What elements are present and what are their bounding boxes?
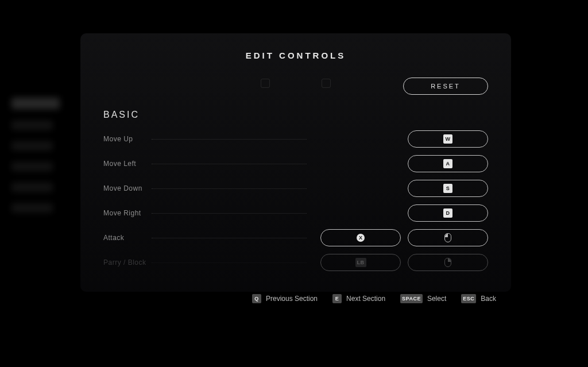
- binding-row: Move LeftA: [103, 155, 488, 172]
- key-icon-esc: ESC: [461, 294, 476, 303]
- binding-label: Move Right: [103, 209, 149, 217]
- binding-slot-primary[interactable]: A: [408, 155, 488, 172]
- binding-label: Move Left: [103, 160, 149, 168]
- dotted-divider: [152, 139, 307, 140]
- gamepad-lb-icon: LB: [355, 258, 366, 267]
- keycap-icon: W: [443, 134, 452, 144]
- binding-slot-empty: [320, 130, 401, 148]
- hint-label: Select: [427, 295, 446, 303]
- tab-hint-next-icon: [322, 79, 331, 88]
- binding-row: Move DownS: [103, 180, 488, 197]
- binding-list: Move UpWMove LeftAMove DownSMove RightDA…: [103, 130, 488, 271]
- mouse-left-icon: [444, 233, 451, 242]
- binding-row: Move RightD: [103, 204, 488, 222]
- dotted-divider: [152, 188, 307, 189]
- binding-slot-primary[interactable]: S: [408, 180, 488, 197]
- keycap-icon: S: [443, 184, 452, 193]
- binding-slot-alt[interactable]: LB: [320, 254, 401, 271]
- mouse-right-icon: [444, 258, 451, 267]
- section-tab-hints: [103, 79, 488, 91]
- keycap-icon: A: [443, 159, 452, 168]
- binding-slot-primary[interactable]: W: [408, 130, 488, 148]
- binding-row: AttackX: [103, 229, 488, 246]
- dotted-divider: [152, 262, 307, 263]
- hint-back[interactable]: ESC Back: [461, 294, 496, 303]
- binding-slot-primary[interactable]: D: [408, 204, 488, 222]
- binding-label: Attack: [103, 234, 149, 242]
- hint-label: Next Section: [346, 295, 385, 303]
- binding-slot-empty: [320, 180, 401, 197]
- edit-controls-panel: EDIT CONTROLS RESET BASIC Move UpWMove L…: [80, 33, 511, 292]
- binding-label: Move Up: [103, 135, 149, 143]
- binding-row: Move UpW: [103, 130, 488, 148]
- binding-slot-empty: [320, 155, 401, 172]
- binding-label: Parry / Block: [103, 258, 149, 266]
- key-icon-q: Q: [252, 294, 261, 303]
- hint-next-section[interactable]: E Next Section: [332, 294, 385, 303]
- binding-slot-primary[interactable]: [408, 254, 488, 271]
- keycap-icon: D: [443, 208, 452, 218]
- background-sidebar-blur: [11, 98, 60, 213]
- panel-title: EDIT CONTROLS: [103, 51, 488, 60]
- binding-slot-empty: [320, 204, 401, 222]
- dotted-divider: [152, 238, 307, 238]
- dotted-divider: [152, 213, 307, 214]
- key-icon-e: E: [332, 294, 342, 303]
- hint-label: Back: [481, 295, 496, 303]
- section-header: BASIC: [103, 110, 488, 120]
- binding-label: Move Down: [103, 184, 149, 192]
- hint-label: Previous Section: [266, 295, 318, 303]
- binding-slot-alt[interactable]: X: [320, 229, 401, 246]
- hint-select[interactable]: SPACE Select: [400, 294, 446, 303]
- hint-previous-section[interactable]: Q Previous Section: [252, 294, 318, 303]
- dotted-divider: [152, 164, 307, 164]
- footer-hints: Q Previous Section E Next Section SPACE …: [80, 294, 511, 303]
- binding-row: Parry / BlockLB: [103, 254, 488, 271]
- binding-slot-primary[interactable]: [408, 229, 488, 246]
- key-icon-space: SPACE: [400, 294, 423, 303]
- gamepad-x-icon: X: [357, 234, 365, 242]
- tab-hint-prev-icon: [261, 79, 270, 88]
